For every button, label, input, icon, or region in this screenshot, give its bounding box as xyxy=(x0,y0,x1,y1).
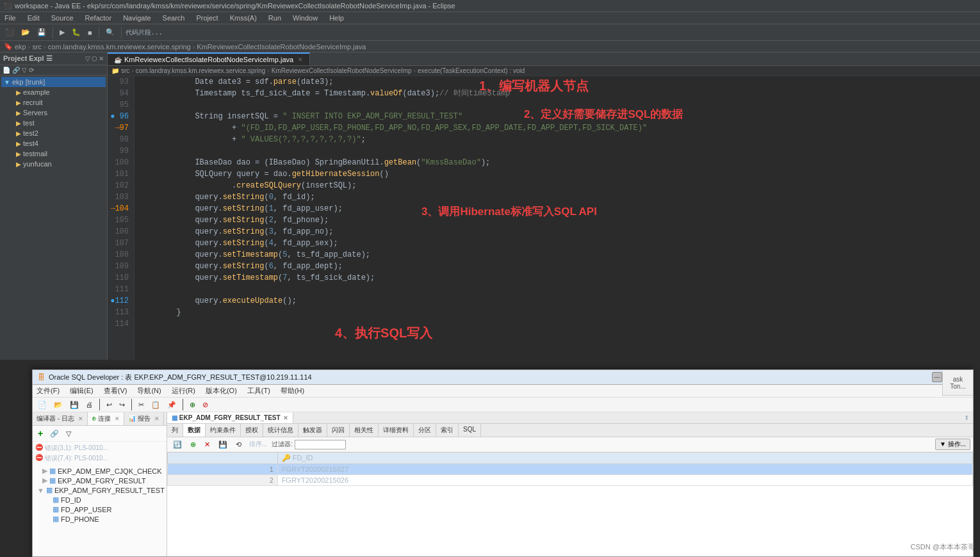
sql-sub-tab-flashback[interactable]: 闪回 xyxy=(327,424,350,437)
toolbar-search[interactable]: 🔍 xyxy=(103,27,117,38)
sql-menu-tools[interactable]: 工具(T) xyxy=(247,386,270,396)
sql-menu-edit[interactable]: 编辑(E) xyxy=(70,386,94,396)
bc-package[interactable]: com.landray.kmss.km.reviewex.service.spr… xyxy=(48,43,191,51)
toolbar-stop[interactable]: ■ xyxy=(85,28,95,38)
sql-tab-connect[interactable]: ⊕ 连接 ✕ xyxy=(88,412,125,425)
sidebar-btn-3[interactable]: ▽ xyxy=(22,67,27,74)
tree-item-ekp[interactable]: ▼ ekp [trunk] xyxy=(1,77,106,87)
sql-tb-copy[interactable]: 📋 xyxy=(149,400,163,410)
code-editor[interactable]: 93 94 95 ● 96 →97 98 99 100 101 102 103 … xyxy=(108,76,980,360)
tree-item-example[interactable]: ▶ example xyxy=(1,87,106,97)
sql-tree-col-2[interactable]: ▦ FD_APP_USER xyxy=(34,505,165,514)
sql-menu-file[interactable]: 文件(F) xyxy=(37,386,60,396)
toolbar-run[interactable]: ▶ xyxy=(57,27,67,38)
sidebar-menu-btn[interactable]: ⬡ xyxy=(92,55,97,62)
sql-left-add-btn[interactable]: + xyxy=(35,427,45,440)
sql-tb-connect[interactable]: ⊕ xyxy=(187,400,198,410)
toolbar-new[interactable]: ⬛ xyxy=(3,27,17,38)
table-row-1[interactable]: 1 FGRYT20200215027 xyxy=(168,464,973,475)
sql-tree-table-2[interactable]: ▶ ▦ EKP_ADM_FGRY_RESULT xyxy=(34,476,165,485)
menu-help[interactable]: Help xyxy=(327,13,346,22)
sql-left-btn-2[interactable]: 🔗 xyxy=(47,428,61,439)
sql-right-tab-table[interactable]: ▦ EKP_ADM_FGRY_RESULT_TEST ✕ xyxy=(167,412,293,423)
tree-item-test4[interactable]: ▶ test4 xyxy=(1,138,106,149)
sql-tb-save[interactable]: 💾 xyxy=(67,400,81,410)
tree-item-test[interactable]: ▶ test xyxy=(1,118,106,128)
eb-package[interactable]: com.landray.kmss.km.reviewex.service.spr… xyxy=(136,67,266,74)
eb-method[interactable]: execute(TaskExecutionContext) : void xyxy=(418,67,525,74)
sql-tab-compiler[interactable]: 编译器 - 日志 ✕ xyxy=(33,412,88,425)
sql-sub-tab-triggers[interactable]: 触发器 xyxy=(298,424,327,437)
sql-tab-compiler-close[interactable]: ✕ xyxy=(78,416,83,422)
sql-sub-tab-auth[interactable]: 授权 xyxy=(241,424,263,437)
menu-kmss[interactable]: Kmss(A) xyxy=(228,13,259,22)
sql-sub-tab-partition[interactable]: 分区 xyxy=(414,424,436,437)
sql-tb-disconnect[interactable]: ⊘ xyxy=(200,400,211,410)
menu-edit[interactable]: Edit xyxy=(26,13,42,22)
menu-search[interactable]: Search xyxy=(161,13,187,22)
bc-src[interactable]: src xyxy=(32,43,42,51)
tab-main-file[interactable]: ☕ KmReviewexCollectIsolateRobotNodeServi… xyxy=(108,52,310,65)
sql-menu-help[interactable]: 帮助(H) xyxy=(281,386,304,396)
tree-item-recruit[interactable]: ▶ recruit xyxy=(1,97,106,108)
eb-src[interactable]: src xyxy=(121,67,129,74)
sql-tb-cut[interactable]: ✂ xyxy=(136,400,147,410)
menu-navigate[interactable]: Navigate xyxy=(121,13,152,22)
sql-tree-col-1[interactable]: ▦ FD_ID xyxy=(34,495,165,505)
sql-data-cancel-btn[interactable]: ⟲ xyxy=(233,439,245,450)
sql-tab-report[interactable]: 📊 报告 ✕ xyxy=(124,412,164,425)
sql-sub-tab-details[interactable]: 详细资料 xyxy=(379,424,414,437)
tree-item-yunfucan[interactable]: ▶ yunfucan xyxy=(1,159,106,169)
sql-tb-new[interactable]: 📄 xyxy=(35,400,49,410)
sidebar-collapse-btn[interactable]: ▽ xyxy=(85,55,90,62)
menu-file[interactable]: File xyxy=(3,13,18,22)
sql-data-delete-btn[interactable]: ✕ xyxy=(201,439,213,450)
sql-tb-undo[interactable]: ↩ xyxy=(104,400,115,410)
sql-left-filter-btn[interactable]: ▽ xyxy=(63,428,74,439)
menu-project[interactable]: Project xyxy=(194,13,220,22)
sql-sub-tab-index[interactable]: 索引 xyxy=(436,424,459,437)
toolbar-open[interactable]: 📂 xyxy=(19,27,33,38)
menu-window[interactable]: Window xyxy=(291,13,320,22)
sql-filter-input[interactable] xyxy=(295,440,346,449)
toolbar-debug[interactable]: 🐛 xyxy=(69,27,83,38)
sql-menu-version[interactable]: 版本化(O) xyxy=(206,386,237,396)
table-row-2[interactable]: 2 FGRYT20200215026 xyxy=(168,475,973,486)
eb-class[interactable]: KmReviewexCollectIsolateRobotNodeService… xyxy=(272,67,412,74)
sql-sub-tab-data[interactable]: 数据 xyxy=(183,424,206,437)
sql-sub-tab-constraints[interactable]: 约束条件 xyxy=(206,424,241,437)
sidebar-close-btn[interactable]: ✕ xyxy=(99,55,104,62)
menu-source[interactable]: Source xyxy=(49,13,76,22)
th-fd-id[interactable]: 🔑 FD_ID xyxy=(277,453,972,464)
sql-tab-report-close[interactable]: ✕ xyxy=(154,416,159,422)
toolbar-save[interactable]: 💾 xyxy=(35,27,49,38)
sql-menu-run[interactable]: 运行(R) xyxy=(172,386,195,396)
sql-sub-tab-stats[interactable]: 统计信息 xyxy=(263,424,298,437)
sql-tab-connect-close[interactable]: ✕ xyxy=(115,416,120,422)
sql-tb-print[interactable]: 🖨 xyxy=(83,400,95,410)
sql-sub-tab-deps[interactable]: 相关性 xyxy=(350,424,379,437)
sql-data-add-btn[interactable]: ⊕ xyxy=(187,439,199,450)
sidebar-btn-sync[interactable]: ⟳ xyxy=(29,67,34,74)
sql-tree-table-1[interactable]: ▶ ▦ EKP_ADM_EMP_CJQK_CHECK xyxy=(34,466,165,476)
sql-right-tab-close[interactable]: ✕ xyxy=(283,415,288,421)
sql-sub-tab-cols[interactable]: 列 xyxy=(167,424,183,437)
sidebar-btn-2[interactable]: 🔗 xyxy=(12,67,20,74)
tab-close-btn[interactable]: ✕ xyxy=(298,56,303,63)
sql-tree-col-3[interactable]: ▦ FD_PHONE xyxy=(34,514,165,524)
sql-right-collapse-btn[interactable]: ⬆ xyxy=(960,412,973,423)
bc-file[interactable]: KmReviewexCollectIsolateRobotNodeService… xyxy=(197,43,366,51)
bc-ekp[interactable]: ekp xyxy=(15,43,26,51)
sql-menu-view[interactable]: 查看(V) xyxy=(104,386,127,396)
tree-item-testmail[interactable]: ▶ testmail xyxy=(1,149,106,159)
sql-data-save-btn[interactable]: 💾 xyxy=(215,439,231,450)
sql-minimize-btn[interactable]: — xyxy=(932,372,942,382)
sql-tree-table-3[interactable]: ▼ ▦ EKP_ADM_FGRY_RESULT_TEST xyxy=(34,485,165,495)
sql-sub-tab-sql[interactable]: SQL xyxy=(459,424,481,437)
sql-tb-paste[interactable]: 📌 xyxy=(165,400,179,410)
sql-menu-nav[interactable]: 导航(N) xyxy=(137,386,161,396)
menu-run[interactable]: Run xyxy=(266,13,283,22)
tree-item-servers[interactable]: ▶ Servers xyxy=(1,108,106,118)
sql-data-refresh-btn[interactable]: 🔃 xyxy=(170,439,185,450)
sql-tb-redo[interactable]: ↪ xyxy=(117,400,127,410)
